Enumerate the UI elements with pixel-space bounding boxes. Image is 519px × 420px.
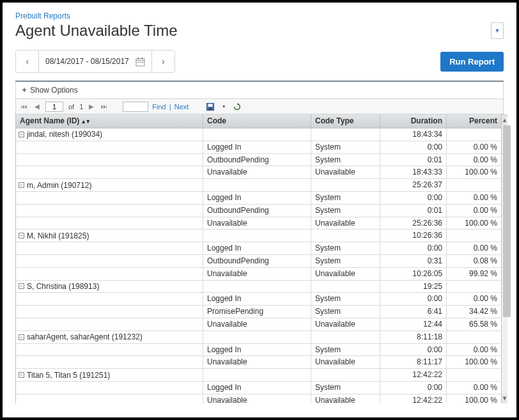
scroll-down-button[interactable]: ▼	[502, 393, 507, 403]
agent-cell: −Titan 5, Titan 5 (191251)	[16, 369, 203, 381]
detail-row: UnavailableUnavailable12:4465.58 %	[16, 318, 501, 331]
next-link[interactable]: Next	[174, 103, 189, 111]
duration-cell: 25:26:37	[380, 179, 447, 191]
detail-row: UnavailableUnavailable25:26:36100.00 %	[16, 217, 501, 230]
agent-cell	[16, 242, 203, 254]
svg-rect-9	[209, 107, 212, 110]
percent-cell: 0.00 %	[447, 154, 501, 166]
date-next-button[interactable]: ›	[151, 51, 174, 72]
agent-cell: −m, Admin (190712)	[16, 179, 203, 191]
percent-cell	[447, 369, 501, 381]
code-cell: Logged In	[203, 344, 311, 356]
code-cell: Unavailable	[203, 394, 311, 403]
duration-cell: 0:00	[380, 141, 447, 153]
code-cell: Unavailable	[203, 166, 311, 178]
duration-cell: 25:26:36	[380, 217, 447, 229]
code-cell	[203, 229, 311, 242]
first-page-button[interactable]: ⏮	[20, 102, 29, 111]
export-button[interactable]	[205, 102, 215, 112]
chevron-left-icon: ‹	[26, 56, 29, 66]
code-cell	[203, 281, 311, 293]
agent-cell	[16, 306, 203, 318]
duration-cell: 6:41	[380, 306, 447, 318]
last-page-button[interactable]: ⏭	[100, 102, 109, 111]
duration-cell: 18:43:34	[380, 128, 447, 141]
svg-rect-4	[137, 61, 139, 63]
agent-cell	[16, 293, 203, 305]
percent-cell: 0.00 %	[447, 141, 501, 153]
run-report-button[interactable]: Run Report	[440, 52, 504, 72]
percent-cell: 0.00 %	[447, 382, 501, 394]
vertical-scrollbar[interactable]: ▲ ▼	[502, 114, 507, 403]
percent-cell: 0.08 %	[447, 255, 501, 267]
col-header-duration[interactable]: Duration	[380, 114, 447, 128]
group-row: −M, Nikhil (191825)10:26:36	[16, 229, 501, 242]
type-cell: Unavailable	[311, 166, 380, 178]
collapse-icon[interactable]: −	[19, 372, 24, 378]
find-input[interactable]	[123, 102, 148, 112]
toolbar: ‹ 08/14/2017 - 08/15/2017 › Run Report	[15, 50, 504, 82]
prev-page-button[interactable]: ◀	[33, 102, 42, 111]
page-title: Agent Unavailable Time	[15, 22, 177, 40]
date-prev-button[interactable]: ‹	[16, 51, 39, 72]
collapse-icon[interactable]: −	[19, 283, 24, 289]
agent-cell	[16, 356, 203, 368]
type-cell: System	[311, 293, 380, 305]
detail-row: Logged InSystem0:000.00 %	[16, 192, 501, 205]
app-window: Prebuilt Reports Agent Unavailable Time …	[3, 3, 516, 417]
col-header-agent[interactable]: Agent Name (ID)▲▼	[16, 114, 203, 128]
type-cell: System	[311, 344, 380, 356]
col-header-code[interactable]: Code	[203, 114, 311, 128]
col-header-percent[interactable]: Percent	[447, 114, 501, 128]
collapse-icon[interactable]: −	[19, 132, 24, 137]
svg-rect-5	[139, 61, 141, 63]
collapse-icon[interactable]: −	[19, 182, 24, 188]
collapse-icon[interactable]: −	[19, 233, 24, 238]
agent-name: m, Admin (190712)	[27, 181, 91, 190]
detail-row: PromisePendingSystem6:4134.42 %	[16, 306, 501, 318]
type-cell: System	[311, 154, 380, 166]
detail-row: Logged InSystem0:000.00 %	[16, 293, 501, 306]
percent-cell: 100.00 %	[447, 166, 501, 178]
refresh-button[interactable]	[232, 102, 242, 112]
duration-cell: 0:00	[380, 242, 447, 254]
show-options-toggle[interactable]: + Show Options	[15, 82, 504, 99]
type-cell: Unavailable	[311, 356, 380, 368]
agent-cell: −saharAgent, saharAgent (191232)	[16, 331, 203, 343]
date-range-display[interactable]: 08/14/2017 - 08/15/2017	[39, 51, 151, 72]
find-link[interactable]: Find	[152, 103, 166, 111]
group-row: −jindal, nitesh (199034)18:43:34	[16, 128, 501, 141]
agent-name: Titan 5, Titan 5 (191251)	[27, 371, 110, 380]
agent-cell	[16, 205, 203, 217]
page-number-input[interactable]	[45, 102, 63, 112]
scroll-thumb[interactable]	[503, 125, 511, 317]
type-cell: System	[311, 205, 380, 217]
code-cell: Unavailable	[203, 217, 311, 229]
code-cell: Logged In	[203, 293, 311, 305]
detail-row: Logged InSystem0:000.00 %	[16, 344, 501, 357]
code-cell	[203, 369, 311, 381]
export-dropdown[interactable]: ▼	[219, 102, 228, 111]
agent-cell	[16, 255, 203, 267]
agent-cell	[16, 268, 203, 280]
col-header-type[interactable]: Code Type	[311, 114, 380, 128]
type-cell	[311, 229, 380, 242]
total-pages: 1	[79, 103, 83, 111]
scroll-up-button[interactable]: ▲	[502, 115, 507, 125]
collapse-icon[interactable]: −	[19, 334, 24, 340]
duration-cell: 18:43:33	[380, 166, 447, 178]
agent-name: S, Christina (198913)	[27, 282, 99, 291]
date-range-text: 08/14/2017 - 08/15/2017	[45, 57, 129, 66]
next-page-button[interactable]: ▶	[87, 102, 96, 111]
percent-cell: 0.00 %	[447, 205, 501, 217]
detail-row: UnavailableUnavailable18:43:33100.00 %	[16, 166, 501, 179]
duration-cell: 0:01	[380, 205, 447, 217]
duration-cell: 0:00	[380, 344, 447, 356]
breadcrumb[interactable]: Prebuilt Reports	[15, 12, 504, 20]
type-cell: Unavailable	[311, 268, 380, 280]
agent-cell: −jindal, nitesh (199034)	[16, 128, 203, 141]
agent-cell	[16, 154, 203, 166]
code-cell: OutboundPending	[203, 255, 311, 267]
agent-cell	[16, 141, 203, 153]
page-menu-dropdown[interactable]: ▼	[491, 22, 504, 39]
